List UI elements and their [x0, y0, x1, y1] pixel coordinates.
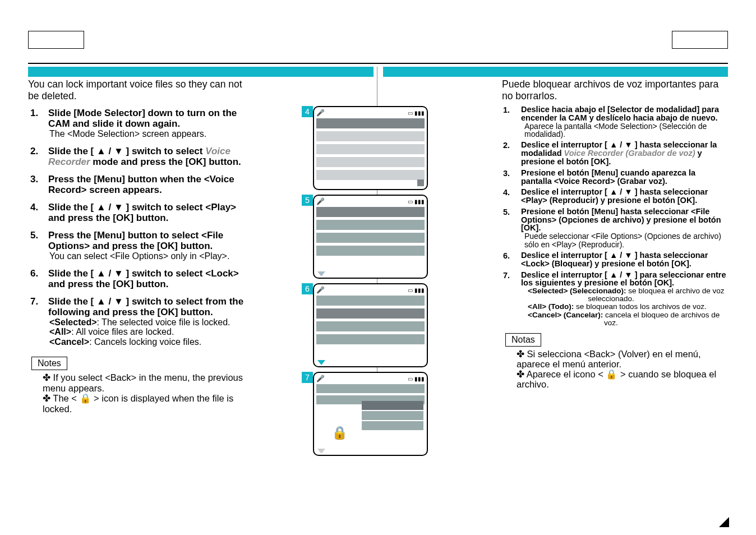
popup-item — [362, 411, 423, 420]
battery-icon: ▭ ▮▮▮ — [408, 376, 425, 382]
figure-7: 7 🎤▭ ▮▮▮ 🔒 — [302, 372, 431, 456]
battery-icon: ▭ ▮▮▮ — [408, 199, 425, 205]
figure-6: 6 🎤▭ ▮▮▮ — [302, 283, 431, 367]
list-item — [316, 157, 425, 167]
notes-label-left: Notes — [31, 357, 67, 370]
divider — [28, 63, 728, 64]
lang-box-right — [672, 31, 728, 49]
list-item — [316, 131, 425, 141]
list-item — [316, 170, 425, 180]
list-item — [316, 144, 425, 154]
figure-4: 4 🎤▭ ▮▮▮ — [302, 106, 431, 190]
list-item — [316, 296, 425, 306]
figure-5: 5 🎤▭ ▮▮▮ — [302, 195, 431, 279]
intro-left: You can lock important voice files so th… — [28, 79, 247, 102]
lang-box-left — [28, 31, 84, 49]
popup-item — [362, 421, 423, 430]
steps-left: 1.Slide [Mode Selector] down to turn on … — [28, 108, 247, 347]
figure-column: 4 🎤▭ ▮▮▮ 5 🎤▭ ▮▮▮ 6 — [302, 106, 431, 460]
list-item — [316, 308, 425, 319]
intro-right: Puede bloquear archivos de voz important… — [502, 79, 728, 102]
chevron-down-icon — [317, 449, 325, 454]
notes-right: Si selecciona <Back> (Volver) en el menú… — [502, 349, 728, 390]
list-item — [316, 220, 425, 230]
lock-icon: 🔒 — [332, 426, 347, 440]
page-corner-icon — [719, 517, 729, 527]
list-item — [316, 246, 425, 256]
play-icon — [417, 179, 424, 186]
mic-icon: 🎤 — [316, 375, 325, 382]
list-item — [316, 118, 425, 128]
list-item — [316, 334, 425, 344]
mic-icon: 🎤 — [316, 197, 325, 205]
list-item — [316, 233, 425, 243]
battery-icon: ▭ ▮▮▮ — [408, 110, 425, 116]
mic-icon: 🎤 — [316, 109, 325, 117]
battery-icon: ▭ ▮▮▮ — [408, 287, 425, 293]
list-item — [316, 384, 425, 393]
chevron-down-icon — [317, 360, 325, 365]
list-item — [316, 207, 425, 217]
popup-item — [362, 401, 423, 410]
notes-left: If you select <Back> in the menu, the pr… — [28, 372, 247, 414]
chevron-down-icon — [317, 271, 325, 276]
mic-icon: 🎤 — [316, 286, 325, 294]
section-header-right — [383, 67, 729, 77]
steps-right: 1.Deslice hacia abajo el [Selector de mo… — [502, 105, 728, 327]
popup-menu — [362, 401, 423, 431]
header-boxes — [28, 31, 728, 49]
notes-label-right: Notas — [505, 333, 541, 347]
section-header-left — [28, 67, 374, 77]
list-item — [316, 321, 425, 331]
